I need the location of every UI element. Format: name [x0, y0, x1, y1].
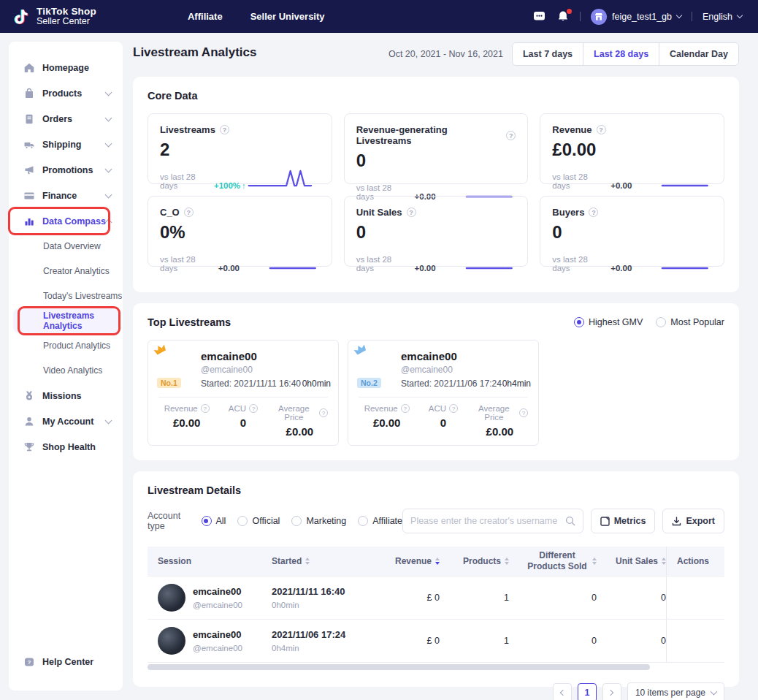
radio-account-type-marketing[interactable]: Marketing: [291, 516, 346, 526]
sidebar-subitem-data-overview[interactable]: Data Overview: [9, 234, 123, 259]
sidebar-subitem-todays-livestreams[interactable]: Today's Livestreams: [9, 284, 123, 308]
chevron-down-icon: [105, 165, 112, 172]
info-icon[interactable]: [519, 408, 528, 417]
metric-change: +0.00: [218, 264, 240, 273]
previous-page-button[interactable]: [553, 683, 572, 700]
radio-selected-icon: [574, 317, 584, 327]
creator-search-input[interactable]: [410, 516, 565, 526]
info-icon[interactable]: [407, 208, 416, 217]
metric-card-unit-sales: Unit Sales 0 vs last 28 days +0.00: [344, 196, 529, 267]
info-icon[interactable]: [319, 408, 328, 417]
metric-change: +0.00: [610, 181, 632, 190]
radio-highest-gmv[interactable]: Highest GMV: [574, 317, 643, 327]
creator-name: emcaine00: [193, 586, 242, 597]
last-7-days-button[interactable]: Last 7 days: [513, 43, 583, 65]
info-icon[interactable]: [201, 404, 210, 413]
duration: 0h4min: [272, 644, 299, 653]
horizontal-scrollbar[interactable]: [148, 664, 650, 670]
table-row[interactable]: emcaine00@emcaine00 2021/11/11 16:400h0m…: [148, 576, 724, 619]
divider: [158, 397, 328, 397]
average-price-value: £0.00: [272, 425, 328, 438]
divider: [359, 397, 528, 397]
info-icon[interactable]: [220, 125, 229, 134]
sidebar-item-missions[interactable]: Missions: [9, 383, 123, 408]
search-icon[interactable]: [565, 516, 575, 526]
sidebar-item-my-account[interactable]: My Account: [9, 408, 123, 434]
top-livestream-card-2[interactable]: No.2 emcaine00 @emcaine00 Started: 2021/…: [348, 340, 539, 446]
account-menu[interactable]: feige_test1_gb: [591, 9, 681, 25]
sidebar-item-orders[interactable]: Orders: [9, 106, 123, 132]
sort-icon[interactable]: [305, 558, 310, 565]
rank-badge: No.1: [157, 378, 181, 388]
revenue-cell: £ 0: [381, 636, 440, 646]
trophy-icon: [23, 441, 35, 453]
metric-card-revenue: Revenue £0.00 vs last 28 days +0.00: [540, 113, 724, 184]
date-range-segmented-control: Last 7 days Last 28 days Calendar Day: [512, 42, 739, 66]
chevron-down-icon: [105, 140, 112, 147]
column-header-revenue[interactable]: Revenue: [381, 556, 440, 566]
sidebar-item-products[interactable]: Products: [9, 80, 123, 106]
duration-label: 0h4min: [502, 378, 531, 389]
next-page-button[interactable]: [602, 683, 621, 700]
calendar-day-button[interactable]: Calendar Day: [659, 43, 738, 65]
column-header-products[interactable]: Products: [440, 556, 509, 566]
info-icon[interactable]: [249, 404, 258, 413]
messages-icon[interactable]: [533, 10, 546, 23]
customize-metrics-icon: [600, 517, 610, 526]
column-header-different-products-sold[interactable]: Different Products Sold: [509, 550, 597, 572]
sidebar-subitem-livestreams-analytics[interactable]: Livestreams Analytics: [13, 308, 118, 333]
metric-change: +100%: [214, 181, 240, 190]
account-type-label: Account type: [148, 511, 191, 531]
sidebar-item-shipping[interactable]: Shipping: [9, 132, 123, 157]
column-header-started[interactable]: Started: [272, 556, 381, 566]
info-icon[interactable]: [506, 131, 516, 140]
sidebar-item-promotions[interactable]: Promotions: [9, 157, 123, 183]
sidebar-item-homepage[interactable]: Homepage: [9, 55, 123, 80]
last-28-days-button[interactable]: Last 28 days: [583, 43, 659, 65]
info-icon[interactable]: [184, 208, 194, 217]
info-icon[interactable]: [597, 125, 606, 134]
info-icon[interactable]: [401, 404, 410, 413]
tiktok-shop-logo[interactable]: TikTok Shop Seller Center: [12, 7, 96, 27]
chevron-down-icon: [105, 88, 112, 96]
notification-badge: [567, 9, 572, 14]
svg-text:?: ?: [28, 659, 31, 666]
radio-account-type-official[interactable]: Official: [237, 516, 280, 526]
table-row[interactable]: emcaine00@emcaine00 2021/11/06 17:240h4m…: [148, 619, 724, 662]
tiktok-note-icon: [12, 7, 31, 27]
radio-most-popular[interactable]: Most Popular: [656, 317, 724, 327]
language-selector[interactable]: English: [703, 12, 742, 22]
notifications-bell-icon[interactable]: [556, 10, 570, 23]
nav-link-seller-university[interactable]: Seller University: [250, 11, 325, 22]
info-icon[interactable]: [449, 404, 458, 413]
info-icon[interactable]: [589, 208, 598, 217]
date-range-label: Oct 20, 2021 - Nov 16, 2021: [388, 49, 503, 59]
nav-link-affiliate[interactable]: Affiliate: [188, 11, 223, 22]
sidebar-subitem-video-analytics[interactable]: Video Analytics: [9, 358, 123, 383]
page-size-select[interactable]: 10 items per page: [627, 682, 724, 700]
sidebar-subitem-creator-analytics[interactable]: Creator Analytics: [9, 259, 123, 284]
current-page-button[interactable]: 1: [578, 683, 597, 700]
radio-selected-icon: [202, 516, 212, 526]
sidebar-item-finance[interactable]: Finance: [9, 183, 123, 208]
sidebar-item-help-center[interactable]: ? Help Center: [9, 649, 123, 674]
help-icon: ?: [23, 656, 35, 668]
acu-value: 0: [415, 416, 471, 429]
radio-account-type-affiliate[interactable]: Affiliate: [358, 516, 402, 526]
sidebar: Homepage Products Orders Shipping Promot…: [9, 42, 123, 691]
sidebar-item-data-compass[interactable]: Data Compass: [9, 208, 123, 234]
radio-account-type-all[interactable]: All: [202, 516, 226, 526]
column-header-unit-sales[interactable]: Unit Sales: [597, 556, 666, 566]
rank-badge: No.2: [357, 378, 381, 388]
export-button[interactable]: Export: [662, 509, 724, 533]
medal-icon: [23, 390, 35, 402]
sidebar-subitem-product-analytics[interactable]: Product Analytics: [9, 333, 123, 358]
core-data-panel: Core Data Livestreams 2 vs last 28 days …: [133, 77, 739, 292]
sidebar-item-shop-health[interactable]: Shop Health: [9, 434, 123, 460]
started-label: Started: 2021/11/11 16:40: [201, 378, 301, 389]
top-livestreams-title: Top Livestreams: [148, 316, 231, 328]
top-livestream-card-1[interactable]: No.1 emcaine00 @emcaine00 Started: 2021/…: [148, 340, 339, 446]
metrics-button[interactable]: Metrics: [591, 509, 656, 533]
metric-value: 0: [356, 151, 516, 171]
livestream-details-panel: Livestream Details Account type All Offi…: [133, 471, 739, 687]
